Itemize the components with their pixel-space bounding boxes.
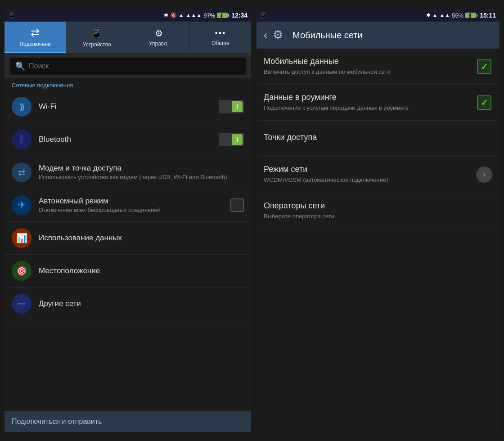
bottom-bar-label: Подключиться и отправить [12, 418, 102, 425]
phone-icon: 📱 [8, 12, 15, 18]
status-bar-right-icons: ✱ 🔇 ▲ ▲▲▲ 97% ▌ 12:34 [164, 12, 248, 19]
tab-manage[interactable]: ⚙ Управл. [128, 22, 190, 53]
right-battery-percent: 55% [452, 12, 464, 19]
network-mode-title: Режим сети [264, 165, 471, 174]
location-text: Местоположение [39, 266, 244, 275]
data-usage-icon: 📊 [12, 228, 32, 248]
right-bluetooth-icon: ✱ [426, 12, 431, 18]
search-placeholder: Поиск [29, 62, 49, 70]
roaming-checkbox: ✓ [477, 95, 491, 110]
network-mode-subtitle: WCDMA/GSM (автоматическое подключение) [264, 176, 471, 184]
network-mode-text: Режим сети WCDMA/GSM (автоматическое под… [264, 165, 471, 184]
tab-general[interactable]: ••• Общие [190, 22, 251, 53]
modem-subtitle: Использовать устройство как модем (через… [39, 174, 244, 181]
left-phone-screen: 📱 ✱ 🔇 ▲ ▲▲▲ 97% ▌ 12:34 ⇄ Подключени 📱 У… [4, 9, 251, 432]
right-status-bar: 📱 ✱ ▲ ▲▲ 55% ▌ 15:11 [256, 9, 500, 22]
other-networks-text: Другие сети [39, 299, 244, 308]
wifi-toggle-knob: I [232, 101, 243, 112]
settings-item-location[interactable]: 🎯 Местоположение [4, 255, 251, 288]
right-header-title: Мобильные сети [292, 30, 363, 40]
airplane-subtitle: Отключение всех беспроводных соединений [39, 207, 223, 214]
right-item-network-mode[interactable]: Режим сети WCDMA/GSM (автоматическое под… [256, 157, 500, 193]
settings-item-airplane[interactable]: ✈ Автономный режим Отключение всех беспр… [4, 189, 251, 222]
settings-item-bluetooth[interactable]: ᛒ Bluetooth I [4, 123, 251, 156]
bottom-bar[interactable]: Подключиться и отправить [4, 411, 251, 432]
tab-connections[interactable]: ⇄ Подключени [4, 22, 66, 53]
tab-device[interactable]: 📱 Устройство [66, 22, 128, 53]
settings-item-data-usage[interactable]: 📊 Использование данных [4, 222, 251, 255]
bluetooth-text: Bluetooth [39, 135, 212, 144]
right-time: 15:11 [480, 12, 496, 19]
right-item-roaming[interactable]: Данные в роуминге Подключение к услугам … [256, 85, 500, 121]
mobile-data-subtitle: Включить доступ к данным по мобильной се… [264, 68, 471, 76]
airplane-checkbox[interactable] [230, 198, 244, 212]
right-item-operators[interactable]: Операторы сети Выберите оператора сети [256, 193, 500, 229]
bluetooth-toggle-knob: I [232, 134, 243, 145]
status-bar-left-icons: 📱 [8, 12, 15, 18]
roaming-subtitle: Подключение к услугам передачи данных в … [264, 104, 471, 112]
wifi-toggle[interactable]: I [219, 100, 244, 113]
right-phone-screen: 📱 ✱ ▲ ▲▲ 55% ▌ 15:11 ‹ ⚙ Мобильные сети … [256, 9, 500, 432]
settings-item-modem[interactable]: ⇄ Модем и точка доступа Использовать уст… [4, 156, 251, 189]
tab-bar: ⇄ Подключени 📱 Устройство ⚙ Управл. ••• … [4, 22, 251, 54]
section-header-network: Сетевые подключения [4, 78, 251, 90]
mobile-data-checkmark[interactable]: ✓ [476, 58, 492, 75]
roaming-checkmark[interactable]: ✓ [476, 94, 492, 111]
airplane-title: Автономный режим [39, 197, 223, 206]
operators-title: Операторы сети [264, 201, 492, 211]
other-networks-title: Другие сети [39, 299, 244, 308]
modem-icon: ⇄ [12, 162, 32, 182]
general-icon: ••• [215, 29, 226, 38]
right-settings-list: Мобильные данные Включить доступ к данны… [256, 49, 500, 432]
signal-icon: ▲▲▲ [186, 12, 202, 18]
left-time: 12:34 [231, 12, 248, 19]
airplane-text: Автономный режим Отключение всех беспров… [39, 197, 223, 214]
mobile-data-text: Мобильные данные Включить доступ к данны… [264, 57, 471, 76]
search-icon: 🔍 [15, 61, 25, 71]
location-icon: 🎯 [12, 261, 32, 281]
access-points-title: Точки доступа [264, 133, 492, 142]
mute-icon: 🔇 [170, 12, 177, 18]
wifi-title: Wi-Fi [39, 102, 212, 111]
wifi-status-icon: ▲ [179, 12, 184, 18]
operators-text: Операторы сети Выберите оператора сети [264, 201, 492, 220]
modem-title: Модем и точка доступа [39, 164, 244, 173]
search-bar: 🔍 Поиск [4, 54, 251, 78]
tab-general-label: Общие [212, 40, 229, 46]
airplane-icon: ✈ [12, 195, 32, 215]
right-item-mobile-data[interactable]: Мобильные данные Включить доступ к данны… [256, 49, 500, 85]
manage-icon: ⚙ [155, 28, 163, 39]
mobile-data-title: Мобильные данные [264, 57, 471, 66]
right-item-access-points[interactable]: Точки доступа [256, 121, 500, 157]
wifi-icon: )) [12, 97, 32, 117]
search-input-wrap[interactable]: 🔍 Поиск [10, 58, 246, 75]
settings-item-other-networks[interactable]: ••• Другие сети [4, 288, 251, 320]
left-status-bar: 📱 ✱ 🔇 ▲ ▲▲▲ 97% ▌ 12:34 [4, 9, 251, 22]
access-points-text: Точки доступа [264, 133, 492, 144]
right-wifi-icon: ▲ [432, 12, 438, 18]
location-title: Местоположение [39, 266, 244, 275]
battery-icon: ▌ [217, 13, 228, 18]
tab-device-label: Устройство [83, 41, 111, 48]
bluetooth-toggle[interactable]: I [219, 133, 244, 146]
data-usage-text: Использование данных [39, 234, 244, 243]
battery-percent: 97% [203, 12, 215, 19]
right-status-right: ✱ ▲ ▲▲ 55% ▌ 15:11 [426, 12, 496, 19]
right-battery-icon: ▌ [465, 13, 476, 18]
gear-icon: ⚙ [273, 28, 287, 42]
settings-item-wifi[interactable]: )) Wi-Fi I [4, 90, 251, 123]
bluetooth-status-icon: ✱ [164, 12, 168, 18]
operators-subtitle: Выберите оператора сети [264, 212, 492, 220]
wifi-text: Wi-Fi [39, 102, 212, 111]
connections-icon: ⇄ [31, 27, 40, 39]
data-usage-title: Использование данных [39, 234, 244, 243]
right-status-left: 📱 [260, 12, 267, 18]
network-mode-chevron: › [476, 166, 492, 183]
other-networks-icon: ••• [12, 294, 32, 314]
bluetooth-icon: ᛒ [12, 130, 32, 149]
modem-text: Модем и точка доступа Использовать устро… [39, 164, 244, 181]
mobile-data-checkbox: ✓ [477, 59, 491, 74]
back-button[interactable]: ‹ [264, 29, 267, 41]
settings-list: )) Wi-Fi I ᛒ Bluetooth I ⇄ [4, 90, 251, 411]
right-phone-icon: 📱 [260, 12, 267, 18]
